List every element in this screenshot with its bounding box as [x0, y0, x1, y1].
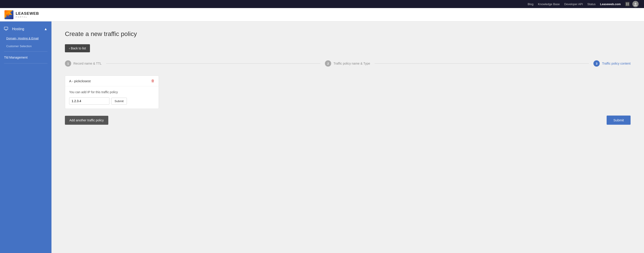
- nav-knowledge-link[interactable]: Knowledge Base: [538, 2, 560, 6]
- sidebar-divider-2: [4, 63, 48, 63]
- top-nav: Blog Knowledge Base Developer API Status…: [0, 0, 644, 8]
- nav-status-link[interactable]: Status: [588, 2, 596, 6]
- policy-card-header: A - pickclosest 🗑: [65, 76, 159, 86]
- logo-subtext: PORTAL: [16, 16, 39, 18]
- step-line-1: [106, 63, 320, 64]
- svg-rect-1: [628, 3, 629, 4]
- step-2-circle: 2: [325, 60, 331, 67]
- final-submit-button[interactable]: Submit: [607, 116, 630, 125]
- chevron-up-icon: ▲: [44, 27, 48, 31]
- logo-text-area: leaseweb PORTAL: [16, 11, 39, 18]
- svg-rect-2: [626, 4, 627, 5]
- policy-card-title: A - pickclosest: [69, 79, 91, 83]
- delete-policy-icon[interactable]: 🗑: [151, 79, 154, 83]
- app-layout: Hosting ▲ Domain, Hosting & Email Custom…: [0, 21, 644, 253]
- step-3-label: Traffic policy content: [602, 62, 630, 65]
- svg-rect-0: [626, 3, 627, 4]
- sidebar-divider: [4, 51, 48, 52]
- policy-card-body: You can add IP for this traffic policy S…: [65, 86, 159, 109]
- bottom-row: Add another traffic policy Submit: [65, 116, 630, 125]
- user-avatar[interactable]: [632, 1, 639, 7]
- ip-input-row: Submit: [69, 97, 154, 105]
- back-to-list-button[interactable]: ‹ Back to list: [65, 44, 90, 52]
- sidebar-tld-management[interactable]: Tld Management: [0, 53, 52, 62]
- policy-info-text: You can add IP for this traffic policy: [69, 90, 154, 94]
- step-1: 1 Record name & TTL: [65, 60, 102, 67]
- step-3-circle: 3: [594, 60, 600, 67]
- sidebar-hosting-label: Hosting: [12, 27, 24, 31]
- main-content: Create a new traffic policy ‹ Back to li…: [52, 21, 644, 253]
- logo-wordmark: leaseweb: [16, 11, 39, 16]
- sidebar-item-customer[interactable]: Customer Selection: [0, 42, 52, 50]
- svg-rect-8: [4, 27, 8, 29]
- step-2-label: Traffic policy name & Type: [334, 62, 370, 65]
- sidebar-hosting-section[interactable]: Hosting ▲: [0, 24, 52, 34]
- logo-icon: [4, 10, 14, 19]
- step-3: 3 Traffic policy content: [594, 60, 630, 67]
- steps-row: 1 Record name & TTL 2 Traffic policy nam…: [65, 60, 630, 67]
- nav-brand: Leaseweb.com: [600, 2, 621, 6]
- top-nav-icons: [625, 1, 639, 7]
- ip-input[interactable]: [69, 97, 110, 105]
- nav-blog-link[interactable]: Blog: [528, 2, 534, 6]
- sidebar-item-domain[interactable]: Domain, Hosting & Email: [0, 34, 52, 42]
- svg-rect-3: [628, 4, 629, 5]
- nav-developer-link[interactable]: Developer API: [564, 2, 583, 6]
- page-title: Create a new traffic policy: [65, 30, 630, 37]
- step-line-2: [374, 63, 589, 64]
- header-bar: leaseweb PORTAL: [0, 8, 644, 21]
- step-1-label: Record name & TTL: [74, 62, 102, 65]
- submit-ip-button[interactable]: Submit: [111, 98, 127, 105]
- sidebar: Hosting ▲ Domain, Hosting & Email Custom…: [0, 21, 52, 253]
- step-2: 2 Traffic policy name & Type: [325, 60, 370, 67]
- monitor-icon: [4, 27, 8, 31]
- grid-icon[interactable]: [625, 2, 630, 6]
- policy-card: A - pickclosest 🗑 You can add IP for thi…: [65, 75, 159, 109]
- logo: leaseweb PORTAL: [4, 10, 39, 19]
- add-another-policy-button[interactable]: Add another traffic policy: [65, 116, 108, 125]
- step-1-circle: 1: [65, 60, 71, 67]
- svg-point-4: [634, 3, 636, 4]
